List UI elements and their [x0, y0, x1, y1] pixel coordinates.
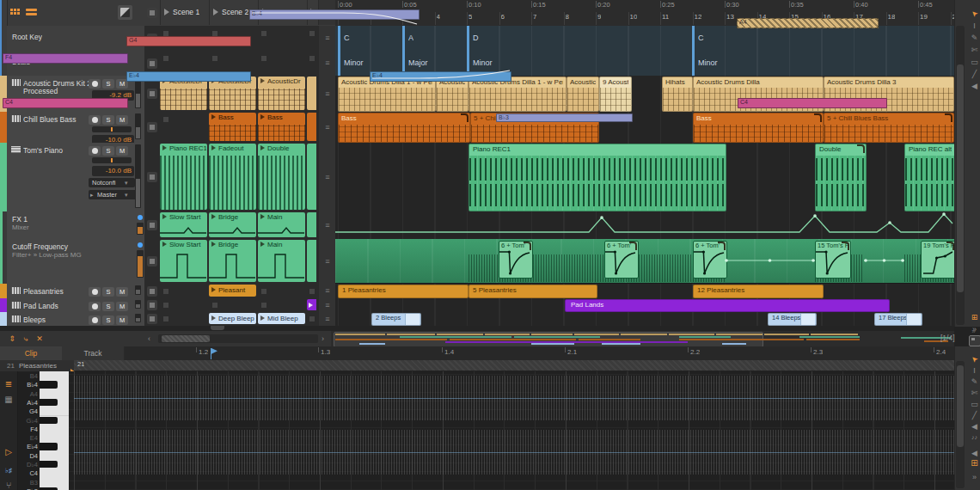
record-arm-button[interactable] [89, 287, 101, 297]
launcher-clip-partial[interactable] [307, 240, 316, 282]
audition-toggle[interactable]: ◀ [969, 448, 980, 458]
automation-toggle-icon[interactable] [118, 5, 132, 20]
pencil-tool[interactable]: ✎ [969, 33, 980, 43]
record-arm-button[interactable] [89, 315, 101, 325]
solo-button[interactable]: S [102, 79, 114, 89]
launcher-clip[interactable]: Slow Start [160, 212, 207, 237]
scene-options-icon[interactable]: ≡ [318, 143, 336, 212]
pen-tool[interactable]: ╱ [969, 69, 980, 79]
empty-clip-slot[interactable] [261, 289, 266, 294]
piano-key-black[interactable] [40, 443, 58, 450]
arranger-clip[interactable]: Acoustic D [436, 77, 469, 112]
arranger-clip[interactable]: Hihats [662, 77, 693, 112]
clip-play-icon[interactable] [211, 315, 216, 321]
clip-stop-button[interactable] [147, 286, 157, 297]
clip-play-icon[interactable] [211, 145, 216, 150]
arranger-clip[interactable]: Acoustic D [567, 77, 599, 112]
launcher-clip[interactable]: Main [258, 212, 305, 237]
snap-grid-toggle[interactable]: ⊞ [969, 312, 980, 322]
arranger-clip[interactable]: Piano REC1 [469, 144, 726, 211]
clip-play-icon[interactable] [260, 145, 265, 150]
text-tool[interactable]: I [969, 365, 980, 376]
automation-clip[interactable]: 6 + Tom' [693, 241, 727, 279]
knife-tool[interactable]: ✄ [969, 45, 980, 55]
pencil-tool[interactable]: ✎ [969, 377, 980, 387]
volume-value[interactable]: -10.0 dB [92, 166, 134, 176]
midi-note[interactable]: C4 [738, 98, 887, 108]
piano-key-black[interactable] [40, 381, 58, 388]
audition-tool[interactable]: ◀ [969, 81, 980, 91]
launcher-clip[interactable]: Bridge [209, 240, 256, 282]
section-marker[interactable] [402, 26, 405, 51]
empty-clip-slot[interactable] [163, 303, 168, 308]
scene-options-icon[interactable]: ≡ [318, 76, 336, 113]
arranger-clip[interactable]: Pad Lands [565, 299, 890, 312]
track-header-bleeps[interactable]: BleepsSM [7, 312, 144, 327]
clip-play-icon[interactable] [211, 287, 216, 292]
clip-stop-button[interactable] [147, 172, 157, 182]
solo-button[interactable]: S [102, 146, 114, 156]
record-arm-button[interactable] [89, 79, 101, 89]
fold-icon[interactable]: ⑂ [2, 480, 15, 490]
empty-clip-slot[interactable] [261, 31, 266, 36]
stop-all-clips-button[interactable] [147, 8, 157, 18]
launcher-clip[interactable]: Bass [258, 113, 305, 141]
scene-header-1[interactable]: Scene 1 [160, 0, 209, 25]
clip-play-icon[interactable] [211, 114, 216, 119]
midi-note[interactable]: E♭4 [126, 71, 251, 82]
arranger-clip[interactable]: Double [815, 144, 867, 211]
clip-launcher-grid-icon[interactable] [10, 9, 20, 15]
arranger-vscrollbar-thumb[interactable] [957, 64, 964, 292]
clip-play-icon[interactable] [260, 78, 265, 83]
empty-clip-slot[interactable] [212, 56, 217, 61]
solo-button[interactable]: S [102, 302, 114, 311]
solo-button[interactable]: S [102, 315, 114, 325]
solo-button[interactable]: S [102, 287, 114, 297]
grid-icon[interactable]: ▦ [2, 394, 15, 405]
midi-note[interactable]: E♭4 [370, 71, 511, 82]
scene-options-icon[interactable]: ≡ [318, 26, 336, 52]
section-marker[interactable] [692, 51, 695, 76]
divider-handle[interactable] [211, 326, 224, 330]
launcher-clip[interactable]: Piano REC1 [160, 144, 207, 210]
launcher-clip-partial[interactable] [307, 77, 316, 110]
clip-play-icon[interactable] [162, 145, 167, 150]
pen-tool[interactable]: ╱ [969, 410, 980, 420]
clip-stop-button[interactable] [147, 58, 157, 69]
clip-play-icon[interactable] [260, 214, 265, 219]
scroll-left-arrow[interactable]: ‹ [148, 334, 156, 344]
scene-options-icon[interactable]: ≡ [318, 312, 336, 327]
scene-play-icon[interactable] [213, 9, 218, 15]
eraser-tool[interactable]: ▭ [969, 57, 980, 67]
section-marker[interactable] [338, 26, 340, 51]
automation-clip[interactable]: 19 Tom's F [921, 241, 956, 279]
launcher-clip[interactable]: Deep Bleep [209, 313, 256, 324]
scene-options-icon[interactable]: ≡ [318, 298, 336, 313]
empty-clip-slot[interactable] [163, 289, 168, 294]
arranger-clip[interactable]: 5 Pleasantries [469, 285, 597, 298]
mute-button[interactable]: M [116, 115, 128, 125]
midi-note[interactable]: G4 [126, 36, 251, 46]
midi-note[interactable]: C4 [3, 98, 128, 108]
empty-clip-slot[interactable] [261, 56, 266, 61]
clip-play-icon[interactable] [260, 114, 265, 119]
arranger-clip[interactable]: 2 Bleeps [371, 313, 421, 326]
track-header-piano[interactable]: Tom's PianoSM-10.0 dBNotconfi▾Master▸▾ [7, 143, 144, 212]
tab-clip[interactable]: Clip [0, 346, 63, 360]
clip-play-icon[interactable] [260, 242, 265, 247]
text-tool[interactable]: I [969, 21, 980, 31]
editor-vscrollbar-thumb[interactable] [957, 365, 964, 447]
scene-options-icon[interactable]: ≡ [318, 211, 336, 240]
piano-key-black[interactable] [40, 399, 58, 406]
arranger-clip[interactable]: 5 + Chill Blues Bass [824, 113, 954, 143]
clip-stop-button[interactable] [147, 314, 157, 324]
eraser-tool[interactable]: ▭ [969, 399, 980, 409]
clip-stop-button[interactable] [147, 122, 157, 132]
track-header-cutoff[interactable]: Cutoff FrequencyFilter+ » Low-pass MG [7, 239, 144, 285]
solo-button[interactable]: S [102, 115, 114, 125]
detail-window-icon[interactable] [969, 335, 980, 346]
piano-key-black[interactable] [40, 461, 58, 468]
piano-key-black[interactable] [40, 417, 58, 424]
arranger-clip[interactable]: Acoustic Drums Dilla 1 - w Perc [338, 77, 436, 112]
arranger-clip[interactable]: Bass [338, 113, 470, 143]
